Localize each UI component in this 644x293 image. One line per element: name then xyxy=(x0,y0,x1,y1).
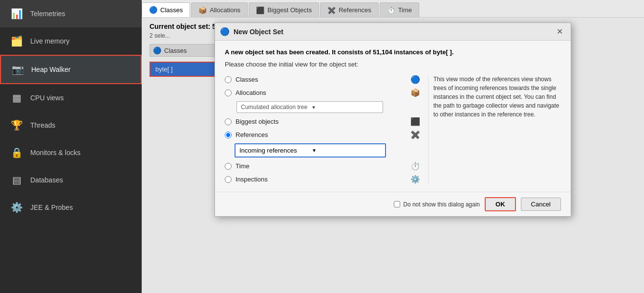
time-tab-icon: ⏱️ xyxy=(387,6,395,14)
sidebar-label-monitors-locks: Monitors & locks xyxy=(30,149,81,157)
radio-inspections[interactable] xyxy=(225,176,232,183)
do-not-show-checkbox[interactable] xyxy=(394,201,400,207)
sidebar-item-heap-walker[interactable]: 📷 Heap Walker xyxy=(0,55,142,84)
telemetries-icon: 📊 xyxy=(10,7,23,21)
incoming-references-chevron-icon: ▼ xyxy=(312,148,381,153)
do-not-show-label: Do not show this dialog again xyxy=(403,201,480,208)
radio-classes-row[interactable]: Classes 🔵 xyxy=(225,75,420,84)
tab-time-label: Time xyxy=(398,6,412,14)
dialog-close-button[interactable]: ✕ xyxy=(554,26,566,37)
sidebar-item-jee-probes[interactable]: ⚙️ JEE & Probes xyxy=(0,194,142,221)
cumulated-allocation-label: Cumulated allocation tree xyxy=(241,104,308,111)
references-tab-icon: ✖️ xyxy=(327,6,336,14)
classes-option-icon: 🔵 xyxy=(410,75,420,84)
sidebar-item-live-memory[interactable]: 🗂️ Live memory xyxy=(0,27,142,55)
sidebar-label-threads: Threads xyxy=(30,121,55,129)
inspections-option-icon: ⚙️ xyxy=(410,175,420,184)
radio-inspections-row[interactable]: Inspections ⚙️ xyxy=(225,175,420,184)
dialog-description: This view mode of the references view sh… xyxy=(428,75,561,184)
do-not-show-row: Do not show this dialog again xyxy=(225,201,480,208)
radio-references-row[interactable]: References ✖️ xyxy=(225,130,420,139)
cumulated-allocation-dropdown[interactable]: Cumulated allocation tree ▼ xyxy=(236,101,383,113)
threads-icon: 🏆 xyxy=(10,118,23,132)
dialog-titlebar: 🔵 New Object Set ✕ xyxy=(215,23,571,41)
references-option-icon: ✖️ xyxy=(410,130,420,139)
radio-biggest-objects-row[interactable]: Biggest objects ⬛ xyxy=(225,117,420,126)
radio-allocations-label: Allocations xyxy=(236,89,266,96)
dialog-subtitle: Please choose the initial view for the o… xyxy=(225,61,561,68)
radio-time-row[interactable]: Time ⏱️ xyxy=(225,161,420,171)
sidebar-label-telemetries: Telemetries xyxy=(30,10,65,18)
radio-allocations-row[interactable]: Allocations 📦 xyxy=(225,88,420,97)
tab-classes-label: Classes xyxy=(160,6,183,14)
sidebar-item-telemetries[interactable]: 📊 Telemetries xyxy=(0,0,142,27)
radio-references[interactable] xyxy=(225,132,232,138)
cpu-views-icon: ▦ xyxy=(10,91,23,105)
dialog-options-left: Classes 🔵 Allocations 📦 Cum xyxy=(225,75,420,184)
ok-button[interactable]: OK xyxy=(485,197,516,211)
cancel-button[interactable]: Cancel xyxy=(521,198,561,211)
sidebar-label-heap-walker: Heap Walker xyxy=(31,66,70,73)
dialog-body: A new object set has been created. It co… xyxy=(215,41,571,192)
time-option-icon: ⏱️ xyxy=(410,161,420,171)
sidebar-label-live-memory: Live memory xyxy=(30,37,69,45)
sidebar-item-threads[interactable]: 🏆 Threads xyxy=(0,112,142,139)
sidebar-item-databases[interactable]: ▤ Databases xyxy=(0,166,142,194)
tab-biggest-objects[interactable]: ⬛ Biggest Objects xyxy=(249,2,319,17)
sidebar-label-cpu-views: CPU views xyxy=(30,94,64,102)
radio-classes[interactable] xyxy=(225,76,232,83)
dialog-headline: A new object set has been created. It co… xyxy=(225,48,561,56)
heap-walker-icon: 📷 xyxy=(11,63,24,76)
allocations-option-icon: 📦 xyxy=(410,88,420,97)
radio-references-label: References xyxy=(236,131,268,138)
incoming-references-dropdown[interactable]: Incoming references ▼ xyxy=(235,143,386,158)
dialog-title-text: New Object Set xyxy=(234,28,550,36)
dialog-columns: Classes 🔵 Allocations 📦 Cum xyxy=(225,75,561,184)
dialog-footer: Do not show this dialog again OK Cancel xyxy=(215,192,571,216)
radio-allocations[interactable] xyxy=(225,90,232,96)
tab-allocations-label: Allocations xyxy=(210,6,240,14)
tab-time[interactable]: ⏱️ Time xyxy=(380,2,419,17)
databases-icon: ▤ xyxy=(10,173,23,187)
biggest-objects-tab-icon: ⬛ xyxy=(256,6,264,14)
monitors-locks-icon: 🔒 xyxy=(10,146,23,159)
radio-biggest-objects-label: Biggest objects xyxy=(236,118,279,125)
sidebar: 📊 Telemetries 🗂️ Live memory 📷 Heap Walk… xyxy=(0,0,142,293)
content-area: Current object set: 51,1... 2 sele... 🔵 … xyxy=(142,18,644,293)
live-memory-icon: 🗂️ xyxy=(10,34,23,48)
main-content: 🔵 Classes 📦 Allocations ⬛ Biggest Object… xyxy=(142,0,644,293)
radio-time[interactable] xyxy=(225,163,232,170)
new-object-set-dialog: 🔵 New Object Set ✕ A new object set has … xyxy=(215,23,571,217)
sidebar-item-monitors-locks[interactable]: 🔒 Monitors & locks xyxy=(0,139,142,166)
tab-references[interactable]: ✖️ References xyxy=(320,2,378,17)
biggest-objects-option-icon: ⬛ xyxy=(410,117,420,126)
cumulated-dropdown-chevron-icon: ▼ xyxy=(311,105,379,110)
sidebar-label-jee-probes: JEE & Probes xyxy=(30,203,73,211)
radio-biggest-objects[interactable] xyxy=(225,118,232,125)
jee-probes-icon: ⚙️ xyxy=(10,201,23,214)
dialog-overlay: 🔵 New Object Set ✕ A new object set has … xyxy=(142,18,644,293)
tab-classes[interactable]: 🔵 Classes xyxy=(142,2,190,17)
sidebar-label-databases: Databases xyxy=(30,176,63,184)
dialog-title-icon: 🔵 xyxy=(220,27,230,36)
incoming-references-label: Incoming references xyxy=(239,147,309,154)
tab-allocations[interactable]: 📦 Allocations xyxy=(191,2,248,17)
allocations-tab-icon: 📦 xyxy=(198,6,207,14)
tabs-bar: 🔵 Classes 📦 Allocations ⬛ Biggest Object… xyxy=(142,0,644,18)
classes-tab-icon: 🔵 xyxy=(149,6,157,14)
tab-references-label: References xyxy=(339,6,371,14)
radio-classes-label: Classes xyxy=(236,76,258,83)
radio-inspections-label: Inspections xyxy=(236,176,268,183)
radio-time-label: Time xyxy=(236,162,249,170)
tab-biggest-objects-label: Biggest Objects xyxy=(267,6,312,14)
sidebar-item-cpu-views[interactable]: ▦ CPU views xyxy=(0,84,142,112)
